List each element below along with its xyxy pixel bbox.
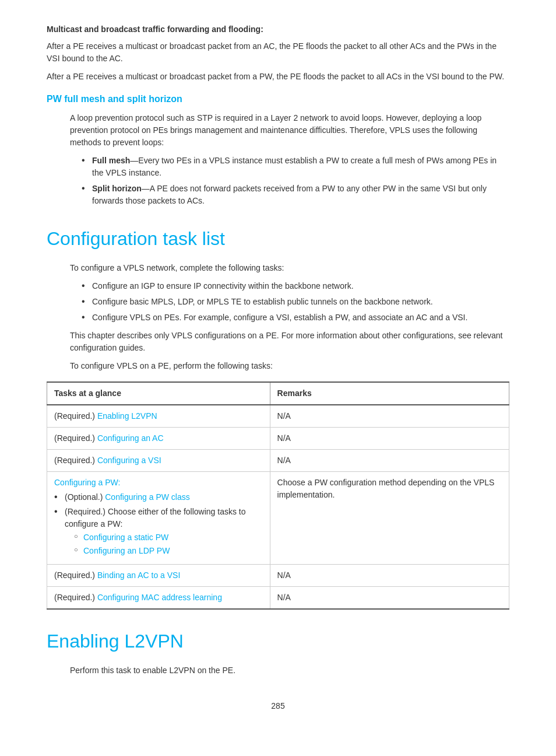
config-bullet-2: Configure basic MPLS, LDP, or MPLS TE to… (82, 296, 509, 308)
table-cell-remarks: N/A (270, 450, 509, 472)
table-cell-remarks: N/A (270, 565, 509, 587)
multicast-heading: Multicast and broadcast traffic forwardi… (47, 23, 509, 36)
table-cell-remarks: N/A (270, 405, 509, 428)
table-cell-remarks: N/A (270, 587, 509, 610)
task-prefix: (Required.) (54, 593, 97, 602)
multicast-para1: After a PE receives a multicast or broad… (47, 40, 509, 65)
pw-bullet-fullmesh-text: —Every two PEs in a VPLS instance must e… (92, 156, 497, 177)
pw-sub-ldp: Configuring an LDP PW (74, 545, 263, 557)
table-cell-task: (Required.) Enabling L2VPN (47, 405, 270, 428)
table-row: (Required.) Configuring a VSI N/A (47, 450, 509, 472)
table-row: (Required.) Binding an AC to a VSI N/A (47, 565, 509, 587)
config-bullet-1: Configure an IGP to ensure IP connectivi… (82, 280, 509, 292)
task-link-configuring-ac[interactable]: Configuring an AC (97, 433, 164, 443)
pw-full-mesh-bullets: Full mesh—Every two PEs in a VPLS instan… (47, 155, 509, 207)
config-task-list-section: Configuration task list To configure a V… (47, 225, 509, 610)
pw-bullet-splithorizon-text: —A PE does not forward packets received … (92, 184, 487, 205)
table-row-pw: Configuring a PW: (Optional.) Configurin… (47, 472, 509, 565)
task-link-pw-class[interactable]: Configuring a PW class (105, 492, 190, 502)
table-cell-pw: Configuring a PW: (Optional.) Configurin… (47, 472, 270, 565)
pw-option-choose-text: (Required.) Choose either of the followi… (65, 507, 246, 528)
table-header-remarks: Remarks (270, 382, 509, 405)
table-row: (Required.) Configuring an AC N/A (47, 428, 509, 450)
pw-options-list: (Optional.) Configuring a PW class (Requ… (54, 491, 263, 557)
task-link-configuring-pw[interactable]: Configuring a PW: (54, 478, 120, 487)
config-task-list-intro: To configure a VPLS network, complete th… (47, 262, 509, 274)
table-cell-task: (Required.) Binding an AC to a VSI (47, 565, 270, 587)
pw-sub-static: Configuring a static PW (74, 531, 263, 544)
task-prefix: (Required.) (54, 456, 97, 465)
pw-full-mesh-intro: A loop prevention protocol such as STP i… (47, 112, 509, 149)
page-number: 285 (47, 700, 509, 712)
enabling-l2vpn-section: Enabling L2VPN Perform this task to enab… (47, 627, 509, 677)
table-row: (Required.) Configuring MAC address lear… (47, 587, 509, 610)
table-cell-task: (Required.) Configuring MAC address lear… (47, 587, 270, 610)
table-cell-remarks: N/A (270, 428, 509, 450)
multicast-section: Multicast and broadcast traffic forwardi… (47, 23, 509, 83)
pw-bullet-splithorizon-bold: Split horizon (92, 184, 142, 193)
task-prefix: (Required.) (54, 411, 97, 421)
config-task-list-bullets: Configure an IGP to ensure IP connectivi… (47, 280, 509, 324)
task-link-binding-ac[interactable]: Binding an AC to a VSI (97, 570, 180, 580)
pw-bullet-splithorizon: Split horizon—A PE does not forward pack… (82, 183, 509, 207)
config-bullet-3: Configure VPLS on PEs. For example, conf… (82, 312, 509, 324)
table-row: (Required.) Enabling L2VPN N/A (47, 405, 509, 428)
pw-bullet-fullmesh-bold: Full mesh (92, 156, 130, 165)
config-task-list-para1: This chapter describes only VPLS configu… (47, 330, 509, 354)
pw-option-class-prefix: (Optional.) (65, 492, 105, 502)
task-table: Tasks at a glance Remarks (Required.) En… (47, 382, 509, 610)
task-link-enabling-l2vpn[interactable]: Enabling L2VPN (97, 411, 157, 421)
multicast-para2: After a PE receives a multicast or broad… (47, 71, 509, 83)
table-cell-task: (Required.) Configuring a VSI (47, 450, 270, 472)
task-link-static-pw[interactable]: Configuring a static PW (83, 533, 168, 542)
enabling-l2vpn-intro: Perform this task to enable L2VPN on the… (47, 664, 509, 677)
pw-option-class: (Optional.) Configuring a PW class (54, 491, 263, 503)
table-header-tasks: Tasks at a glance (47, 382, 270, 405)
task-prefix: (Required.) (54, 570, 97, 580)
task-link-ldp-pw[interactable]: Configuring an LDP PW (83, 546, 170, 555)
task-link-mac-learning[interactable]: Configuring MAC address learning (97, 593, 222, 602)
config-task-list-heading: Configuration task list (47, 225, 509, 253)
pw-full-mesh-heading: PW full mesh and split horizon (47, 92, 509, 106)
enabling-l2vpn-heading: Enabling L2VPN (47, 627, 509, 655)
task-link-configuring-vsi[interactable]: Configuring a VSI (97, 456, 161, 465)
table-header-row: Tasks at a glance Remarks (47, 382, 509, 405)
pw-full-mesh-section: PW full mesh and split horizon A loop pr… (47, 92, 509, 207)
config-task-table: Tasks at a glance Remarks (Required.) En… (47, 382, 509, 610)
pw-sub-options: Configuring a static PW Configuring an L… (65, 531, 263, 557)
pw-option-choose: (Required.) Choose either of the followi… (54, 506, 263, 557)
task-prefix: (Required.) (54, 433, 97, 443)
pw-bullet-fullmesh: Full mesh—Every two PEs in a VPLS instan… (82, 155, 509, 179)
table-cell-task: (Required.) Configuring an AC (47, 428, 270, 450)
table-cell-pw-remarks: Choose a PW configuration method dependi… (270, 472, 509, 565)
config-task-list-para2: To configure VPLS on a PE, perform the f… (47, 360, 509, 372)
